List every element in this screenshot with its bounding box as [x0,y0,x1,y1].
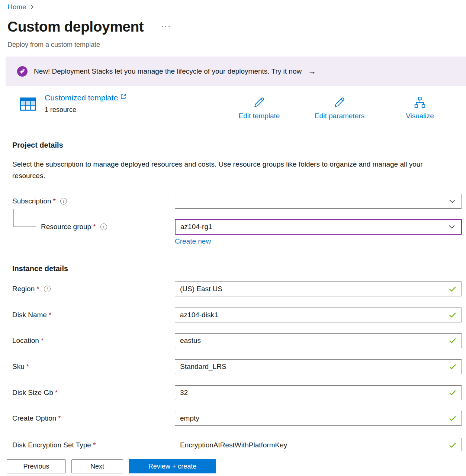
chevron-right-icon [30,4,34,10]
customized-template-link[interactable]: Customized template [45,93,126,102]
required-asterisk: * [93,441,96,449]
form-row-region: Region * i [0,282,466,297]
edit-template-button[interactable]: Edit template [219,96,299,120]
info-icon[interactable]: i [100,223,107,230]
template-actions: Edit template Edit parameters Visualiz [219,96,460,120]
visualize-button[interactable]: Visualize [380,96,460,120]
form-row-subscription: Subscription * i [0,194,466,209]
check-icon [449,415,456,421]
disk-encryption-set-type-label: Disk Encryption Set Type * [12,438,96,453]
disk-encryption-set-type-input[interactable] [175,438,462,453]
disk-size-input[interactable] [175,385,462,400]
visualize-label: Visualize [406,112,434,120]
edit-parameters-label: Edit parameters [315,112,364,120]
info-icon[interactable]: i [60,198,67,205]
subscription-input-wrap [175,194,462,209]
customized-template-label: Customized template [45,93,118,102]
arrow-right-icon[interactable]: → [308,67,316,76]
page-subtitle: Deploy from a custom template [7,41,100,49]
form-row-disk-size: Disk Size Gb * [0,385,466,401]
label-text: Sku [12,363,25,371]
external-link-icon [120,93,126,99]
region-input-wrap [175,282,462,296]
info-icon[interactable]: i [44,286,51,292]
check-icon [449,442,456,448]
sku-input-wrap [175,359,462,374]
previous-button[interactable]: Previous [7,459,66,473]
page-title: Custom deployment [7,19,144,35]
disk-size-input-wrap [175,385,462,400]
disk-name-input[interactable] [175,308,462,322]
deployment-stacks-banner[interactable]: New! Deployment Stacks let you manage th… [6,57,466,86]
check-icon [449,364,456,370]
required-asterisk: * [58,414,61,422]
create-option-label: Create Option * [12,411,61,426]
title-row: Custom deployment ··· [7,19,171,35]
form-row-disk-name: Disk Name * [0,308,466,323]
check-icon [449,312,456,318]
label-text: Subscription [12,197,51,205]
label-text: Location [12,337,39,345]
location-input[interactable] [175,333,462,348]
disk-encryption-set-type-input-wrap [175,438,462,453]
location-label: Location * [12,333,44,348]
sku-input[interactable] [175,359,462,374]
create-new-link[interactable]: Create new [175,237,211,245]
label-text: Disk Size Gb [12,389,53,397]
project-details-description: Select the subscription to manage deploy… [12,158,440,181]
required-asterisk: * [93,223,96,231]
template-icon [19,96,36,113]
check-icon [449,338,456,344]
form-row-resource-group: Resource group * i az104-rg1 [0,219,466,235]
required-asterisk: * [49,311,51,319]
breadcrumb: Home [7,3,34,11]
sku-label: Sku * [12,359,29,374]
breadcrumb-home-link[interactable]: Home [7,3,26,11]
rocket-icon [17,66,28,77]
resource-count: 1 resource [45,106,76,114]
required-asterisk: * [26,363,29,371]
region-input[interactable] [175,282,462,296]
required-asterisk: * [55,389,58,397]
edit-template-label: Edit template [239,112,280,120]
next-button[interactable]: Next [71,459,123,473]
pencil-icon [333,96,346,109]
disk-name-label: Disk Name * [12,308,51,322]
location-input-wrap [175,333,462,348]
subscription-label: Subscription * i [12,194,67,209]
label-text: Region [12,285,35,293]
instance-details-heading: Instance details [12,264,68,273]
subscription-dropdown[interactable] [175,194,462,209]
label-text: Disk Encryption Set Type [12,441,91,449]
edit-parameters-button[interactable]: Edit parameters [299,96,380,120]
custom-deployment-page: Home Custom deployment ··· Deploy from a… [0,0,466,476]
form-row-location: Location * [0,333,466,349]
check-icon [449,286,456,292]
chevron-down-icon [449,199,455,203]
footer-bar: Previous Next Review + create [0,451,466,476]
required-asterisk: * [41,337,44,345]
resource-group-label: Resource group * i [41,219,107,235]
label-text: Create Option [12,414,56,422]
label-text: Resource group [41,223,91,231]
form-row-create-option: Create Option * [0,411,466,427]
resource-group-input-wrap: az104-rg1 [175,219,462,235]
required-asterisk: * [53,197,56,205]
required-asterisk: * [36,285,39,293]
check-icon [449,390,456,396]
resource-group-dropdown[interactable]: az104-rg1 [175,219,462,235]
form-row-sku: Sku * [0,359,466,375]
hierarchy-icon [414,96,426,109]
resource-group-value: az104-rg1 [180,223,212,231]
banner-message: New! Deployment Stacks let you manage th… [34,67,302,75]
disk-size-label: Disk Size Gb * [12,385,58,400]
chevron-down-icon [449,225,455,229]
review-create-button[interactable]: Review + create [129,459,216,473]
create-option-input[interactable] [175,411,462,426]
label-text: Disk Name [12,311,47,319]
disk-name-input-wrap [175,308,462,322]
create-option-input-wrap [175,411,462,426]
more-options-button[interactable]: ··· [161,22,171,31]
pencil-icon [253,96,266,109]
region-label: Region * i [12,282,51,296]
